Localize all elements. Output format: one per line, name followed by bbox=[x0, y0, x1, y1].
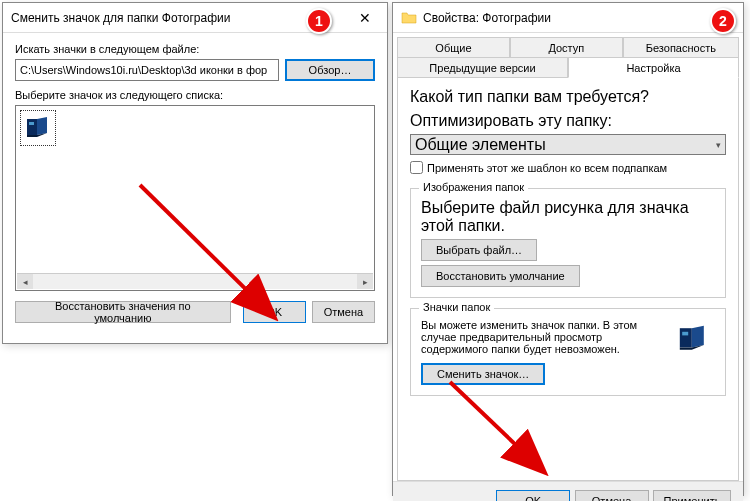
choose-file-button[interactable]: Выбрать файл… bbox=[421, 239, 537, 261]
window-title: Свойства: Фотографии bbox=[423, 11, 699, 25]
horizontal-scrollbar[interactable]: ◂ ▸ bbox=[17, 273, 373, 289]
checkbox-label: Применять этот же шаблон ко всем подпапк… bbox=[427, 162, 667, 174]
tab-settings[interactable]: Настройка bbox=[568, 57, 739, 78]
svg-marker-1 bbox=[37, 117, 47, 135]
optimize-label: Оптимизировать эту папку: bbox=[410, 112, 726, 130]
cancel-button[interactable]: Отмена bbox=[312, 301, 375, 323]
icon-list[interactable]: ◂ ▸ bbox=[15, 105, 375, 291]
tab-access[interactable]: Доступ bbox=[510, 37, 623, 58]
svg-marker-0 bbox=[27, 119, 37, 135]
annotation-marker-2: 2 bbox=[710, 8, 736, 34]
apply-button[interactable]: Применить bbox=[653, 490, 731, 501]
dropdown-value: Общие элементы bbox=[415, 136, 546, 154]
tab-general[interactable]: Общие bbox=[397, 37, 510, 58]
change-icon-button[interactable]: Сменить значок… bbox=[421, 363, 545, 385]
optimize-dropdown[interactable]: Общие элементы ▾ bbox=[410, 134, 726, 155]
browse-button[interactable]: Обзор… bbox=[285, 59, 375, 81]
group-icons-title: Значки папок bbox=[419, 301, 494, 313]
icon-preview bbox=[671, 319, 715, 359]
scroll-track[interactable] bbox=[33, 274, 357, 289]
apply-subfolders-checkbox[interactable]: Применять этот же шаблон ко всем подпапк… bbox=[410, 161, 726, 174]
folder-icon bbox=[401, 10, 417, 26]
tab-prev-versions[interactable]: Предыдущие версии bbox=[397, 57, 568, 78]
scroll-left-icon[interactable]: ◂ bbox=[17, 274, 33, 289]
svg-rect-7 bbox=[682, 332, 688, 336]
folder-3d-icon bbox=[23, 113, 53, 143]
icon-path-input[interactable] bbox=[15, 59, 279, 81]
images-desc: Выберите файл рисунка для значка этой па… bbox=[421, 199, 715, 235]
search-label: Искать значки в следующем файле: bbox=[15, 43, 375, 55]
svg-marker-5 bbox=[692, 326, 704, 348]
change-icon-dialog: Сменить значок для папки Фотографии ✕ Ис… bbox=[2, 2, 388, 344]
dialog-title: Сменить значок для папки Фотографии bbox=[11, 11, 343, 25]
select-label: Выберите значок из следующего списка: bbox=[15, 89, 375, 101]
scroll-right-icon[interactable]: ▸ bbox=[357, 274, 373, 289]
folder-properties-window: Свойства: Фотографии ✕ Общие Доступ Безо… bbox=[392, 2, 744, 496]
tab-security[interactable]: Безопасность bbox=[623, 37, 739, 58]
restore-default-button[interactable]: Восстановить умолчание bbox=[421, 265, 580, 287]
group-images-title: Изображения папок bbox=[419, 181, 528, 193]
titlebar[interactable]: Свойства: Фотографии ✕ bbox=[393, 3, 743, 33]
folder-3d-icon bbox=[673, 321, 713, 357]
checkbox-input[interactable] bbox=[410, 161, 423, 174]
close-icon[interactable]: ✕ bbox=[343, 3, 387, 33]
ok-button[interactable]: OK bbox=[496, 490, 570, 501]
tab-content: Какой тип папки вам требуется? Оптимизир… bbox=[397, 78, 739, 481]
svg-rect-3 bbox=[29, 122, 34, 125]
ok-button[interactable]: OK bbox=[243, 301, 306, 323]
button-bar: OK Отмена Применить bbox=[393, 481, 743, 501]
chevron-down-icon: ▾ bbox=[716, 140, 721, 150]
annotation-marker-1: 1 bbox=[306, 8, 332, 34]
folder-type-question: Какой тип папки вам требуется? bbox=[410, 88, 726, 106]
icon-option[interactable] bbox=[20, 110, 56, 146]
svg-marker-4 bbox=[680, 328, 692, 347]
restore-defaults-button[interactable]: Восстановить значения по умолчанию bbox=[15, 301, 231, 323]
cancel-button[interactable]: Отмена bbox=[575, 490, 649, 501]
